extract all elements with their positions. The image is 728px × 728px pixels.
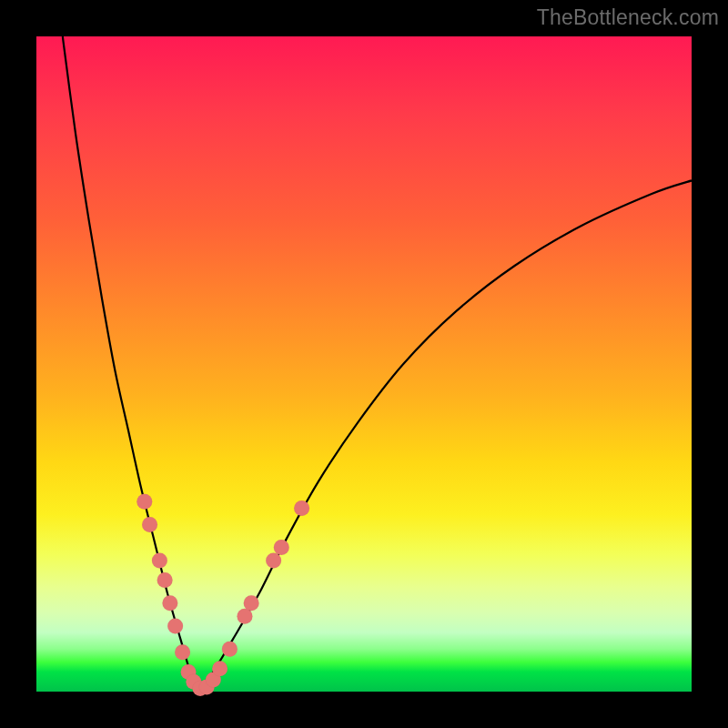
curve-layer xyxy=(36,36,692,692)
plot-area xyxy=(36,36,692,692)
data-point xyxy=(244,595,259,611)
watermark-text: TheBottleneck.com xyxy=(537,5,719,30)
data-point xyxy=(212,661,228,676)
chart-frame: TheBottleneck.com xyxy=(0,0,728,728)
data-point xyxy=(136,494,152,510)
data-point xyxy=(222,642,238,657)
scatter-dots xyxy=(136,494,309,696)
data-point xyxy=(152,553,167,569)
data-point xyxy=(266,553,281,569)
data-point xyxy=(175,644,190,660)
curve-left xyxy=(63,36,200,692)
curve-right xyxy=(200,180,692,692)
data-point xyxy=(157,572,173,588)
data-point xyxy=(142,517,157,532)
data-point xyxy=(162,595,177,611)
data-point xyxy=(294,500,309,516)
data-point xyxy=(167,619,183,634)
data-point xyxy=(274,540,289,555)
